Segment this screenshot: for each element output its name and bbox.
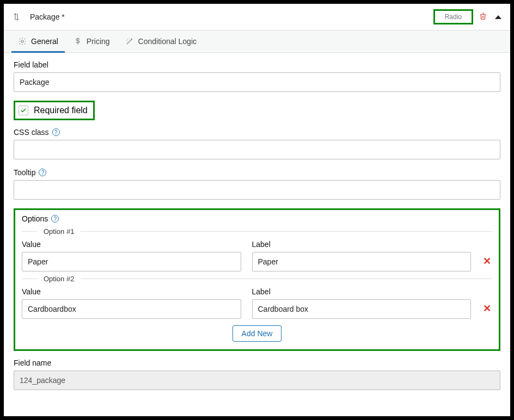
option-row: Option #1 Value Label ✕ [22,227,492,271]
options-section: Options ? Option #1 Value Label ✕ [14,208,500,351]
field-type-badge: Radio [433,9,473,24]
help-icon[interactable]: ? [52,128,60,136]
required-label: Required field [34,106,88,115]
option-value-label: Value [22,240,241,249]
delete-icon[interactable] [479,12,487,22]
required-field-row[interactable]: Required field [14,101,95,120]
help-icon[interactable]: ? [51,215,59,223]
option-row: Option #2 Value Label ✕ [22,275,492,319]
tooltip-input[interactable] [14,180,500,200]
gear-icon [18,37,27,46]
option-value-input[interactable] [22,299,241,319]
field-title: Package * [30,13,65,21]
tab-conditional-logic[interactable]: Conditional Logic [119,30,203,52]
dollar-icon [74,37,82,46]
options-label: Options [22,214,48,223]
field-name-label: Field name [14,359,500,367]
option-legend: Option #1 [41,227,76,236]
tab-label: General [31,37,58,46]
field-label-label: Field label [14,60,500,69]
option-label-label: Label [252,287,472,296]
tab-label: Conditional Logic [138,37,197,46]
wand-icon [125,37,134,46]
tab-general[interactable]: General [11,30,65,52]
css-class-input[interactable] [14,140,500,159]
field-header: Package * Radio [4,4,510,30]
drag-handle-icon[interactable] [13,13,20,21]
option-label-input[interactable] [252,252,472,271]
tooltip-label: Tooltip [14,168,35,177]
option-label-input[interactable] [252,299,472,319]
tabs-bar: General Pricing Conditional Logic [4,30,510,53]
option-value-input[interactable] [22,252,241,271]
collapse-icon[interactable] [495,15,501,19]
tab-label: Pricing [87,37,110,46]
option-value-label: Value [22,287,241,296]
option-label-label: Label [252,240,472,249]
tab-pricing[interactable]: Pricing [67,30,117,52]
css-class-label: CSS class [14,128,49,137]
help-icon[interactable]: ? [39,169,46,176]
option-legend: Option #2 [41,275,76,283]
field-name-input [14,370,500,390]
svg-point-0 [21,40,23,42]
field-label-input[interactable] [14,72,500,92]
required-checkbox[interactable] [19,106,28,115]
remove-option-icon[interactable]: ✕ [482,255,492,271]
remove-option-icon[interactable]: ✕ [482,302,492,319]
add-new-button[interactable]: Add New [232,325,282,342]
